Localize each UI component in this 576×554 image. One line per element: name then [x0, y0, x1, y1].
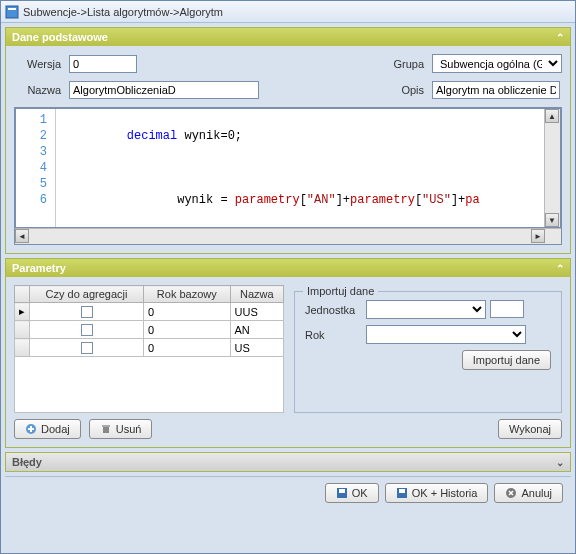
- collapse-icon[interactable]: ⌃: [556, 32, 564, 43]
- jednostka-label: Jednostka: [305, 304, 360, 316]
- ok-historia-button[interactable]: OK + Historia: [385, 483, 489, 503]
- basic-panel-header[interactable]: Dane podstawowe ⌃: [6, 28, 570, 46]
- plus-icon: [25, 423, 37, 435]
- usun-button[interactable]: Usuń: [89, 419, 153, 439]
- app-icon: [5, 5, 19, 19]
- opis-label: Opis: [382, 84, 432, 96]
- app-window: Subwencje->Lista algorytmów->Algorytm Da…: [0, 0, 576, 554]
- nazwa-input[interactable]: [69, 81, 259, 99]
- svg-rect-1: [8, 8, 16, 10]
- basic-panel: Dane podstawowe ⌃ Wersja Grupa Subwencja…: [5, 27, 571, 254]
- wersja-input[interactable]: [69, 55, 137, 73]
- svg-rect-4: [28, 428, 34, 430]
- params-panel: Parametry ⌃ Czy do agregacji Rok bazowy …: [5, 258, 571, 448]
- code-container: 1 2 3 4 5 6 decimal wynik=0; wynik = par…: [14, 107, 562, 245]
- col-nazwa[interactable]: Nazwa: [230, 286, 283, 303]
- col-rok[interactable]: Rok bazowy: [144, 286, 230, 303]
- nazwa-label: Nazwa: [14, 84, 69, 96]
- basic-panel-title: Dane podstawowe: [12, 31, 108, 43]
- wykonaj-button[interactable]: Wykonaj: [498, 419, 562, 439]
- checkbox[interactable]: [81, 342, 93, 354]
- save-icon: [396, 487, 408, 499]
- rok-label: Rok: [305, 329, 360, 341]
- svg-rect-0: [6, 6, 18, 18]
- code-area[interactable]: 1 2 3 4 5 6 decimal wynik=0; wynik = par…: [15, 108, 561, 228]
- footer: OK OK + Historia Anuluj: [5, 476, 571, 509]
- code-vscroll[interactable]: ▲ ▼: [544, 109, 560, 227]
- cancel-icon: [505, 487, 517, 499]
- params-panel-title: Parametry: [12, 262, 66, 274]
- svg-rect-6: [102, 425, 110, 427]
- import-legend: Importuj dane: [303, 285, 378, 297]
- ok-button[interactable]: OK: [325, 483, 379, 503]
- row-selector[interactable]: [15, 339, 30, 357]
- anuluj-button[interactable]: Anuluj: [494, 483, 563, 503]
- import-group: Importuj dane Jednostka Rok: [294, 291, 562, 413]
- trash-icon: [100, 423, 112, 435]
- bledy-panel-header[interactable]: Błędy ⌄: [6, 453, 570, 471]
- params-buttons: Dodaj Usuń Wykonaj: [14, 413, 562, 439]
- params-table[interactable]: Czy do agregacji Rok bazowy Nazwa ▸ 0 UU…: [14, 285, 284, 357]
- wersja-label: Wersja: [14, 58, 69, 70]
- params-panel-header[interactable]: Parametry ⌃: [6, 259, 570, 277]
- expand-icon[interactable]: ⌄: [556, 457, 564, 468]
- params-panel-body: Czy do agregacji Rok bazowy Nazwa ▸ 0 UU…: [6, 277, 570, 447]
- scroll-down-icon[interactable]: ▼: [545, 213, 559, 227]
- svg-rect-10: [399, 489, 405, 493]
- code-hscroll[interactable]: ◄ ►: [15, 228, 561, 244]
- titlebar: Subwencje->Lista algorytmów->Algorytm: [1, 1, 575, 23]
- basic-panel-body: Wersja Grupa Subwencja ogólna (Gmi Nazwa…: [6, 46, 570, 253]
- bledy-panel: Błędy ⌄: [5, 452, 571, 472]
- dodaj-button[interactable]: Dodaj: [14, 419, 81, 439]
- import-button[interactable]: Importuj dane: [462, 350, 551, 370]
- table-row[interactable]: ▸ 0 UUS: [15, 303, 284, 321]
- collapse-icon[interactable]: ⌃: [556, 263, 564, 274]
- table-row[interactable]: 0 US: [15, 339, 284, 357]
- grupa-select[interactable]: Subwencja ogólna (Gmi: [432, 54, 562, 73]
- code-gutter: 1 2 3 4 5 6: [16, 109, 56, 227]
- row-selector[interactable]: [15, 321, 30, 339]
- scroll-right-icon[interactable]: ►: [531, 229, 545, 243]
- scroll-left-icon[interactable]: ◄: [15, 229, 29, 243]
- grupa-label: Grupa: [382, 58, 432, 70]
- opis-input[interactable]: [432, 81, 560, 99]
- save-icon: [336, 487, 348, 499]
- breadcrumb: Subwencje->Lista algorytmów->Algorytm: [23, 6, 223, 18]
- col-agr[interactable]: Czy do agregacji: [30, 286, 144, 303]
- basic-form: Wersja Grupa Subwencja ogólna (Gmi Nazwa…: [14, 54, 562, 99]
- table-empty-area: [14, 357, 284, 413]
- content: Dane podstawowe ⌃ Wersja Grupa Subwencja…: [1, 23, 575, 553]
- checkbox[interactable]: [81, 324, 93, 336]
- params-table-wrap: Czy do agregacji Rok bazowy Nazwa ▸ 0 UU…: [14, 285, 284, 413]
- table-row[interactable]: 0 AN: [15, 321, 284, 339]
- row-selector[interactable]: ▸: [15, 303, 30, 321]
- rok-select[interactable]: [366, 325, 526, 344]
- svg-rect-5: [103, 427, 109, 433]
- jednostka-select[interactable]: [366, 300, 486, 319]
- svg-rect-8: [339, 489, 345, 493]
- code-body[interactable]: decimal wynik=0; wynik = parametry["AN"]…: [56, 109, 544, 227]
- jednostka-code-input[interactable]: [490, 300, 524, 318]
- bledy-panel-title: Błędy: [12, 456, 42, 468]
- checkbox[interactable]: [81, 306, 93, 318]
- scroll-up-icon[interactable]: ▲: [545, 109, 559, 123]
